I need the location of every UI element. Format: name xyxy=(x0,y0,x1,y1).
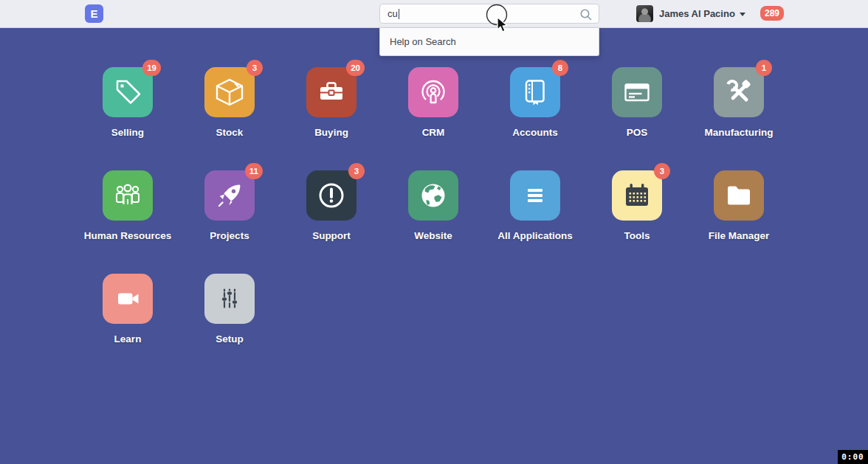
tile-box xyxy=(612,67,662,117)
rocket-icon xyxy=(212,178,247,213)
app-label: Manufacturing xyxy=(705,127,774,138)
app-tile-pos[interactable]: POS xyxy=(586,67,688,139)
app-logo[interactable]: E xyxy=(85,4,103,23)
app-label: Accounts xyxy=(512,127,558,138)
app-label: File Manager xyxy=(709,230,770,241)
notification-count-badge: 19 xyxy=(142,60,161,76)
tile-box xyxy=(204,274,255,324)
box-icon xyxy=(212,75,247,110)
broadcast-person-icon xyxy=(416,75,451,110)
tile-box xyxy=(103,170,153,221)
tile-box xyxy=(408,170,458,221)
app-label: Stock xyxy=(216,127,244,138)
app-label: All Applications xyxy=(497,230,573,241)
tile-box xyxy=(408,67,458,117)
tile-box: 20 xyxy=(306,67,356,117)
notification-count-badge: 3 xyxy=(654,163,670,179)
app-label: Setup xyxy=(216,333,244,344)
tile-box: 19 xyxy=(103,67,153,117)
app-label: Tools xyxy=(624,230,650,241)
video-camera-icon xyxy=(110,281,145,316)
app-tile-tools[interactable]: 3 Tools xyxy=(586,170,688,243)
tile-box: 3 xyxy=(612,170,662,221)
search-dropdown: Help on Search xyxy=(379,28,599,56)
notification-count-badge: 3 xyxy=(247,60,263,76)
notification-count-badge: 8 xyxy=(552,60,568,76)
tile-box xyxy=(103,274,153,324)
app-label: CRM xyxy=(422,127,445,138)
calendar-icon xyxy=(619,178,655,213)
app-label: Buying xyxy=(314,127,348,138)
sliders-icon xyxy=(212,281,247,316)
tile-box: 3 xyxy=(306,170,356,221)
app-tile-learn[interactable]: Learn xyxy=(77,274,179,346)
ledger-icon xyxy=(517,75,553,110)
app-tile-stock[interactable]: 3 Stock xyxy=(179,67,280,139)
recording-timer: 0:00 xyxy=(838,450,868,464)
card-icon xyxy=(619,75,655,110)
search-icon xyxy=(579,8,593,21)
app-tile-selling[interactable]: 19 Selling xyxy=(77,67,179,139)
app-tile-crm[interactable]: CRM xyxy=(382,67,484,139)
tile-box: 11 xyxy=(204,170,255,221)
app-tile-projects[interactable]: 11 Projects xyxy=(179,170,280,243)
app-label: Projects xyxy=(210,230,249,241)
app-label: Website xyxy=(414,230,452,241)
app-tile-website[interactable]: Website xyxy=(382,170,484,243)
app-tile-file-manager[interactable]: File Manager xyxy=(688,170,790,243)
app-label: Selling xyxy=(111,127,144,138)
app-label: Human Resources xyxy=(84,230,172,241)
tile-box: 3 xyxy=(204,67,255,117)
app-label: POS xyxy=(627,127,648,138)
search-dropdown-item-help[interactable]: Help on Search xyxy=(380,36,599,47)
chevron-down-icon xyxy=(740,13,745,16)
notification-count-badge: 20 xyxy=(346,60,365,76)
app-tile-support[interactable]: 3 Support xyxy=(280,170,382,243)
wrench-screwdriver-icon xyxy=(721,75,757,110)
app-tile-buying[interactable]: 20 Buying xyxy=(280,67,382,139)
app-logo-letter: E xyxy=(90,7,97,20)
notification-count-badge: 1 xyxy=(756,60,772,76)
search-input-value: cu xyxy=(388,8,398,19)
briefcase-icon xyxy=(314,75,349,110)
app-tile-setup[interactable]: Setup xyxy=(179,274,280,346)
tile-box xyxy=(714,170,764,221)
folder-icon xyxy=(721,178,757,213)
text-caret xyxy=(399,9,399,19)
app-tile-human-resources[interactable]: Human Resources xyxy=(77,170,179,243)
search-input[interactable]: cu xyxy=(379,4,599,24)
alert-circle-icon xyxy=(314,178,349,213)
globe-icon xyxy=(416,178,451,213)
app-tile-all-applications[interactable]: All Applications xyxy=(484,170,586,243)
user-menu[interactable]: James Al Pacino xyxy=(659,8,745,19)
avatar[interactable] xyxy=(636,5,653,22)
notification-count-badge: 3 xyxy=(348,163,365,179)
tile-box: 1 xyxy=(714,67,764,117)
user-name: James Al Pacino xyxy=(659,8,735,19)
tile-box: 8 xyxy=(510,67,560,117)
people-icon xyxy=(110,178,145,213)
app-label: Learn xyxy=(114,333,142,344)
navbar: E cu James Al Pacino 289 xyxy=(0,0,868,28)
tile-box xyxy=(510,170,560,221)
tag-icon xyxy=(110,75,145,110)
app-label: Support xyxy=(312,230,351,241)
notifications-badge[interactable]: 289 xyxy=(760,6,784,21)
app-tile-manufacturing[interactable]: 1 Manufacturing xyxy=(688,67,790,139)
menu-icon xyxy=(517,178,553,213)
notification-count-badge: 11 xyxy=(245,163,263,179)
app-grid: 19 Selling 3 Stock 20 Buying xyxy=(77,67,790,377)
app-tile-accounts[interactable]: 8 Accounts xyxy=(484,67,586,139)
